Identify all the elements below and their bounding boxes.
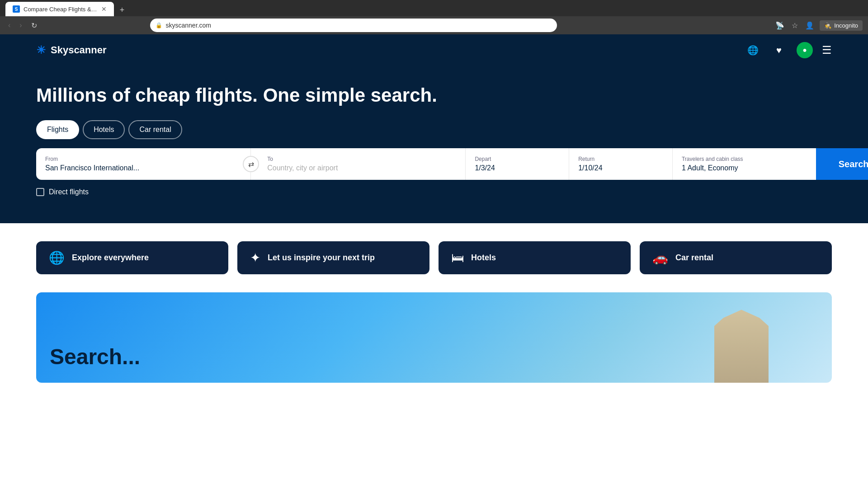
hotels-link[interactable]: 🛏 Hotels xyxy=(439,241,631,274)
direct-flights-label[interactable]: Direct flights xyxy=(36,188,832,196)
hero-section: Millions of cheap flights. One simple se… xyxy=(0,66,868,223)
explore-everywhere-text: Explore everywhere xyxy=(72,253,149,263)
blue-banner[interactable]: Search... xyxy=(36,292,832,383)
media-router-icon[interactable]: 📡 xyxy=(774,19,786,32)
return-value: 1/10/24 xyxy=(578,164,663,172)
tab-favicon: S xyxy=(13,5,20,13)
depart-value: 1/3/24 xyxy=(475,164,560,172)
white-section: 🌐 Explore everywhere ✦ Let us inspire yo… xyxy=(0,223,868,401)
depart-field[interactable]: Depart 1/3/24 xyxy=(466,148,569,180)
favorites-button[interactable]: ♥ xyxy=(770,42,788,59)
direct-flights-checkbox[interactable] xyxy=(36,188,44,196)
car-icon: 🚗 xyxy=(652,250,668,265)
banner-text: Search... xyxy=(50,344,140,369)
address-text: skyscanner.com xyxy=(166,22,552,29)
return-field[interactable]: Return 1/10/24 xyxy=(569,148,673,180)
to-label: To xyxy=(267,156,456,162)
tab-bar: S Compare Cheap Flights & Boo... ✕ + xyxy=(0,0,868,16)
new-tab-button[interactable]: + xyxy=(116,4,128,16)
tab-close-button[interactable]: ✕ xyxy=(101,5,107,13)
direct-flights-text: Direct flights xyxy=(49,188,89,196)
travelers-field[interactable]: Travelers and cabin class 1 Adult, Econo… xyxy=(673,148,816,180)
to-field[interactable]: To Country, city or airport xyxy=(251,148,466,180)
incognito-label: Incognito xyxy=(834,22,858,29)
menu-button[interactable]: ☰ xyxy=(822,44,832,56)
car-rental-link[interactable]: 🚗 Car rental xyxy=(640,241,832,274)
hotels-text: Hotels xyxy=(471,253,496,263)
from-field[interactable]: From San Francisco International... xyxy=(36,148,251,180)
profile-icon[interactable]: 👤 xyxy=(803,19,816,32)
banner-image xyxy=(696,301,787,383)
search-tabs: Flights Hotels Car rental xyxy=(36,120,832,139)
browser-nav: ‹ › ↻ 🔒 skyscanner.com 📡 ☆ 👤 🕵 Incognito xyxy=(0,16,868,34)
from-label: From xyxy=(45,156,241,162)
travelers-label: Travelers and cabin class xyxy=(682,156,807,162)
language-button[interactable]: 🌐 xyxy=(744,42,761,59)
browser-chrome: S Compare Cheap Flights & Boo... ✕ + ‹ ›… xyxy=(0,0,868,34)
lock-icon: 🔒 xyxy=(156,22,162,28)
inspire-trip-link[interactable]: ✦ Let us inspire your next trip xyxy=(237,241,429,274)
page-content: ☀ Skyscanner 🌐 ♥ ● ☰ Millions of cheap f… xyxy=(0,34,868,401)
header-right: 🌐 ♥ ● ☰ xyxy=(744,42,832,59)
hero-title: Millions of cheap flights. One simple se… xyxy=(36,84,832,107)
address-bar[interactable]: 🔒 skyscanner.com xyxy=(150,19,557,32)
to-placeholder: Country, city or airport xyxy=(267,164,456,172)
car-rental-text: Car rental xyxy=(675,253,713,263)
incognito-button[interactable]: 🕵 Incognito xyxy=(820,20,863,31)
travelers-value: 1 Adult, Economy xyxy=(682,164,807,172)
tab-title: Compare Cheap Flights & Boo... xyxy=(24,6,98,13)
depart-label: Depart xyxy=(475,156,560,162)
inspire-icon: ✦ xyxy=(250,250,260,265)
bed-icon: 🛏 xyxy=(451,250,464,265)
search-bar: From San Francisco International... ⇄ To… xyxy=(36,148,832,180)
search-button[interactable]: Search xyxy=(816,148,868,180)
globe-icon: 🌐 xyxy=(49,250,65,265)
explore-everywhere-link[interactable]: 🌐 Explore everywhere xyxy=(36,241,228,274)
inspire-trip-text: Let us inspire your next trip xyxy=(268,253,375,263)
logo-icon: ☀ xyxy=(36,44,46,56)
bookmark-icon[interactable]: ☆ xyxy=(790,19,800,32)
tab-car-rental[interactable]: Car rental xyxy=(128,120,182,139)
incognito-icon: 🕵 xyxy=(824,22,831,29)
reload-button[interactable]: ↻ xyxy=(28,19,40,32)
swap-button[interactable]: ⇄ xyxy=(243,156,259,172)
site-header: ☀ Skyscanner 🌐 ♥ ● ☰ xyxy=(0,34,868,66)
from-value: San Francisco International... xyxy=(45,164,241,172)
user-avatar[interactable]: ● xyxy=(797,42,813,58)
logo-text: Skyscanner xyxy=(51,44,107,56)
quick-links: 🌐 Explore everywhere ✦ Let us inspire yo… xyxy=(36,241,832,274)
tab-flights[interactable]: Flights xyxy=(36,120,79,139)
back-button[interactable]: ‹ xyxy=(5,19,13,31)
logo[interactable]: ☀ Skyscanner xyxy=(36,44,107,56)
nav-right-controls: 📡 ☆ 👤 🕵 Incognito xyxy=(774,19,863,32)
browser-tab[interactable]: S Compare Cheap Flights & Boo... ✕ xyxy=(5,2,114,16)
tab-hotels[interactable]: Hotels xyxy=(83,120,125,139)
forward-button[interactable]: › xyxy=(17,19,24,31)
return-label: Return xyxy=(578,156,663,162)
